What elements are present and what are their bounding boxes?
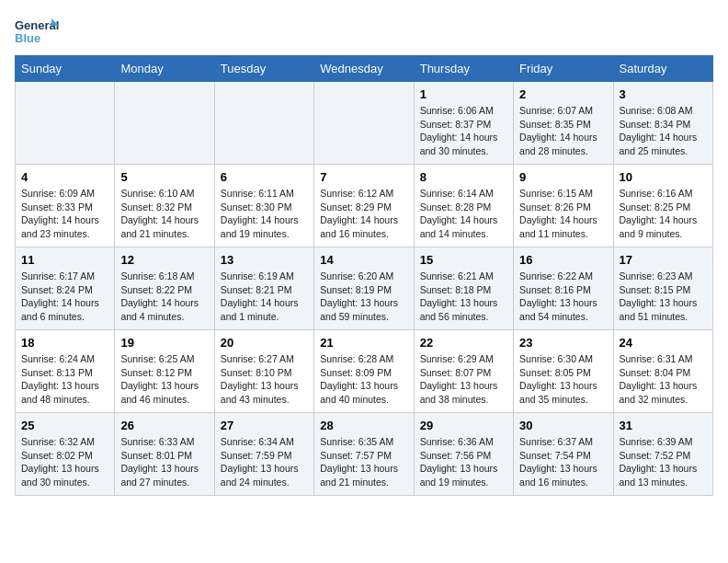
calendar-cell: 30Sunrise: 6:37 AM Sunset: 7:54 PM Dayli…	[514, 413, 613, 496]
day-header-friday: Friday	[514, 56, 613, 82]
week-row-5: 25Sunrise: 6:32 AM Sunset: 8:02 PM Dayli…	[16, 413, 713, 496]
day-number: 3	[620, 87, 707, 101]
day-number: 22	[420, 336, 507, 350]
logo-icon: General Blue	[15, 15, 61, 48]
day-info: Sunrise: 6:31 AM Sunset: 8:04 PM Dayligh…	[620, 352, 707, 407]
day-info: Sunrise: 6:23 AM Sunset: 8:15 PM Dayligh…	[620, 270, 707, 324]
day-info: Sunrise: 6:20 AM Sunset: 8:19 PM Dayligh…	[320, 270, 407, 324]
calendar-cell: 5Sunrise: 6:10 AM Sunset: 8:32 PM Daylig…	[115, 165, 214, 247]
day-number: 5	[120, 170, 208, 184]
day-info: Sunrise: 6:19 AM Sunset: 8:21 PM Dayligh…	[221, 270, 308, 324]
calendar-cell: 14Sunrise: 6:20 AM Sunset: 8:19 PM Dayli…	[314, 247, 414, 330]
day-info: Sunrise: 6:35 AM Sunset: 7:57 PM Dayligh…	[320, 435, 407, 489]
day-number: 10	[620, 170, 707, 184]
calendar-cell: 27Sunrise: 6:34 AM Sunset: 7:59 PM Dayli…	[214, 413, 313, 496]
day-number: 31	[620, 419, 707, 432]
day-number: 23	[519, 336, 607, 350]
calendar-body: 1Sunrise: 6:06 AM Sunset: 8:37 PM Daylig…	[16, 82, 713, 496]
day-header-saturday: Saturday	[613, 56, 712, 82]
day-info: Sunrise: 6:22 AM Sunset: 8:16 PM Dayligh…	[519, 270, 607, 324]
calendar-cell	[214, 82, 313, 165]
day-number: 4	[21, 170, 108, 184]
day-info: Sunrise: 6:14 AM Sunset: 8:28 PM Dayligh…	[420, 187, 507, 241]
calendar-cell: 31Sunrise: 6:39 AM Sunset: 7:52 PM Dayli…	[613, 413, 712, 496]
calendar-cell: 16Sunrise: 6:22 AM Sunset: 8:16 PM Dayli…	[514, 247, 613, 330]
calendar-cell: 12Sunrise: 6:18 AM Sunset: 8:22 PM Dayli…	[115, 247, 214, 330]
day-header-tuesday: Tuesday	[214, 56, 313, 82]
calendar-table: SundayMondayTuesdayWednesdayThursdayFrid…	[15, 55, 713, 496]
logo: General Blue	[15, 15, 61, 48]
week-row-2: 4Sunrise: 6:09 AM Sunset: 8:33 PM Daylig…	[16, 165, 713, 247]
day-number: 19	[120, 336, 208, 350]
day-number: 24	[620, 336, 707, 350]
calendar-cell: 6Sunrise: 6:11 AM Sunset: 8:30 PM Daylig…	[214, 165, 313, 247]
day-number: 26	[120, 419, 208, 432]
week-row-3: 11Sunrise: 6:17 AM Sunset: 8:24 PM Dayli…	[16, 247, 713, 330]
day-number: 21	[320, 336, 407, 350]
day-info: Sunrise: 6:37 AM Sunset: 7:54 PM Dayligh…	[519, 435, 607, 489]
day-number: 16	[519, 253, 607, 267]
week-row-4: 18Sunrise: 6:24 AM Sunset: 8:13 PM Dayli…	[16, 330, 713, 413]
calendar-cell: 7Sunrise: 6:12 AM Sunset: 8:29 PM Daylig…	[314, 165, 414, 247]
day-info: Sunrise: 6:39 AM Sunset: 7:52 PM Dayligh…	[620, 435, 707, 489]
day-number: 1	[420, 87, 507, 101]
page-header: General Blue	[15, 15, 713, 48]
day-number: 18	[21, 336, 108, 350]
day-number: 15	[420, 253, 507, 267]
day-info: Sunrise: 6:27 AM Sunset: 8:10 PM Dayligh…	[221, 352, 308, 407]
calendar-cell: 19Sunrise: 6:25 AM Sunset: 8:12 PM Dayli…	[115, 330, 214, 413]
day-number: 2	[519, 87, 607, 101]
day-info: Sunrise: 6:34 AM Sunset: 7:59 PM Dayligh…	[221, 435, 308, 489]
day-info: Sunrise: 6:16 AM Sunset: 8:25 PM Dayligh…	[620, 187, 707, 241]
calendar-cell: 25Sunrise: 6:32 AM Sunset: 8:02 PM Dayli…	[16, 413, 115, 496]
svg-text:Blue: Blue	[15, 31, 40, 45]
calendar-cell: 26Sunrise: 6:33 AM Sunset: 8:01 PM Dayli…	[115, 413, 214, 496]
day-number: 20	[221, 336, 308, 350]
day-header-wednesday: Wednesday	[314, 56, 414, 82]
calendar-cell: 29Sunrise: 6:36 AM Sunset: 7:56 PM Dayli…	[414, 413, 513, 496]
day-number: 6	[221, 170, 308, 184]
calendar-cell: 10Sunrise: 6:16 AM Sunset: 8:25 PM Dayli…	[613, 165, 712, 247]
calendar-cell: 17Sunrise: 6:23 AM Sunset: 8:15 PM Dayli…	[613, 247, 712, 330]
day-info: Sunrise: 6:06 AM Sunset: 8:37 PM Dayligh…	[420, 104, 507, 158]
calendar-cell	[115, 82, 214, 165]
calendar-cell: 15Sunrise: 6:21 AM Sunset: 8:18 PM Dayli…	[414, 247, 513, 330]
day-info: Sunrise: 6:25 AM Sunset: 8:12 PM Dayligh…	[120, 352, 208, 407]
calendar-cell: 18Sunrise: 6:24 AM Sunset: 8:13 PM Dayli…	[16, 330, 115, 413]
calendar-cell	[16, 82, 115, 165]
calendar-cell: 9Sunrise: 6:15 AM Sunset: 8:26 PM Daylig…	[514, 165, 613, 247]
day-info: Sunrise: 6:09 AM Sunset: 8:33 PM Dayligh…	[21, 187, 108, 241]
day-number: 27	[221, 419, 308, 432]
day-header-monday: Monday	[115, 56, 214, 82]
day-info: Sunrise: 6:21 AM Sunset: 8:18 PM Dayligh…	[420, 270, 507, 324]
day-info: Sunrise: 6:36 AM Sunset: 7:56 PM Dayligh…	[420, 435, 507, 489]
calendar-cell: 13Sunrise: 6:19 AM Sunset: 8:21 PM Dayli…	[214, 247, 313, 330]
day-info: Sunrise: 6:07 AM Sunset: 8:35 PM Dayligh…	[519, 104, 607, 158]
day-info: Sunrise: 6:10 AM Sunset: 8:32 PM Dayligh…	[120, 187, 208, 241]
week-row-1: 1Sunrise: 6:06 AM Sunset: 8:37 PM Daylig…	[16, 82, 713, 165]
calendar-cell: 20Sunrise: 6:27 AM Sunset: 8:10 PM Dayli…	[214, 330, 313, 413]
day-number: 14	[320, 253, 407, 267]
day-info: Sunrise: 6:28 AM Sunset: 8:09 PM Dayligh…	[320, 352, 407, 407]
day-info: Sunrise: 6:29 AM Sunset: 8:07 PM Dayligh…	[420, 352, 507, 407]
day-info: Sunrise: 6:11 AM Sunset: 8:30 PM Dayligh…	[221, 187, 308, 241]
day-info: Sunrise: 6:18 AM Sunset: 8:22 PM Dayligh…	[120, 270, 208, 324]
day-number: 12	[120, 253, 208, 267]
day-info: Sunrise: 6:15 AM Sunset: 8:26 PM Dayligh…	[519, 187, 607, 241]
day-number: 7	[320, 170, 407, 184]
day-number: 9	[519, 170, 607, 184]
day-info: Sunrise: 6:32 AM Sunset: 8:02 PM Dayligh…	[21, 435, 108, 489]
day-number: 25	[21, 419, 108, 432]
day-header-row: SundayMondayTuesdayWednesdayThursdayFrid…	[16, 56, 713, 82]
calendar-header: SundayMondayTuesdayWednesdayThursdayFrid…	[16, 56, 713, 82]
calendar-cell: 3Sunrise: 6:08 AM Sunset: 8:34 PM Daylig…	[613, 82, 712, 165]
day-info: Sunrise: 6:17 AM Sunset: 8:24 PM Dayligh…	[21, 270, 108, 324]
day-info: Sunrise: 6:08 AM Sunset: 8:34 PM Dayligh…	[620, 104, 707, 158]
day-number: 13	[221, 253, 308, 267]
calendar-cell: 1Sunrise: 6:06 AM Sunset: 8:37 PM Daylig…	[414, 82, 513, 165]
calendar-cell: 24Sunrise: 6:31 AM Sunset: 8:04 PM Dayli…	[613, 330, 712, 413]
calendar-cell: 21Sunrise: 6:28 AM Sunset: 8:09 PM Dayli…	[314, 330, 414, 413]
calendar-cell: 23Sunrise: 6:30 AM Sunset: 8:05 PM Dayli…	[514, 330, 613, 413]
calendar-cell: 4Sunrise: 6:09 AM Sunset: 8:33 PM Daylig…	[16, 165, 115, 247]
day-info: Sunrise: 6:24 AM Sunset: 8:13 PM Dayligh…	[21, 352, 108, 407]
